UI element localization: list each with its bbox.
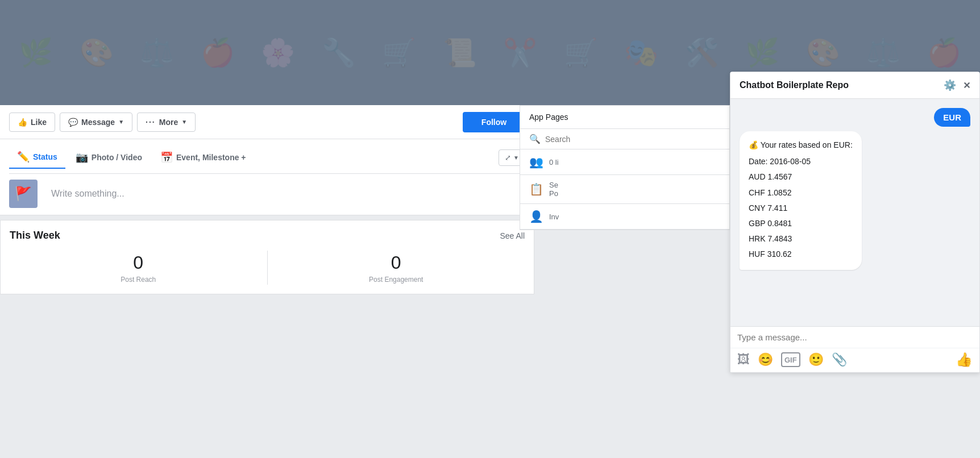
chatbot-header: Chatbot Boilerplate Repo ⚙️ ✕ [730, 72, 979, 99]
rate-hrk: HRK 7.4843 [749, 232, 853, 246]
rate-cny: CNY 7.411 [749, 201, 853, 215]
post-box: ✏️ Status 📷 Photo / Video 📅 Event, Miles… [0, 139, 534, 215]
message-icon: 💬 [68, 118, 78, 127]
section-title: This Week [10, 230, 60, 242]
avatar: 🚩 [9, 180, 38, 208]
user-message: EUR [934, 108, 970, 127]
rate-huf: HUF 310.62 [749, 247, 853, 261]
bot-bubble: 💰 Your rates based on EUR: Date: 2016-08… [740, 131, 862, 270]
status-icon: ✏️ [17, 151, 30, 163]
tab-status[interactable]: ✏️ Status [9, 146, 65, 169]
avatar-icon: 🚩 [15, 186, 32, 202]
attachment-button[interactable]: 📎 [832, 352, 847, 367]
tab-photo-video[interactable]: 📷 Photo / Video [68, 147, 150, 168]
post-reach-value: 0 [10, 252, 267, 273]
section-header: This Week See All [10, 230, 525, 242]
rate-gbp: GBP 0.8481 [749, 216, 853, 231]
write-input[interactable]: Write something... [43, 183, 525, 205]
stat-post-reach: 0 Post Reach [10, 252, 267, 284]
more-dots-icon: ··· [146, 118, 156, 127]
follow-button[interactable]: Follow [463, 112, 525, 132]
photo-icon: 📷 [76, 151, 88, 164]
follow-label: Follow [481, 118, 506, 127]
chatbot-input-area: 🖼 😊 GIF 🙂 📎 👍 [730, 326, 979, 372]
expand-icon: ⤢ [505, 153, 511, 162]
bot-message: 💰 Your rates based on EUR: Date: 2016-08… [740, 131, 862, 270]
sidebar-stat-invites: 👤 Inv [520, 204, 729, 230]
post-tabs: ✏️ Status 📷 Photo / Video 📅 Event, Miles… [9, 146, 525, 174]
likes-value: 0 li [549, 158, 559, 166]
money-icon: 💰 [749, 140, 758, 149]
message-label: Message [81, 118, 115, 127]
see-all-link[interactable]: See All [500, 231, 525, 240]
invites-value: Inv [549, 213, 559, 221]
invite-icon: 👤 [529, 210, 543, 223]
chatbot-window: Chatbot Boilerplate Repo ⚙️ ✕ EUR 💰 Your… [730, 72, 980, 373]
sidebar-stat-posts: 📋 SePo [520, 175, 729, 204]
event-icon: 📅 [160, 151, 173, 164]
post-reach-label: Post Reach [10, 276, 267, 284]
chatbot-toolbar: 🖼 😊 GIF 🙂 📎 👍 [730, 348, 979, 372]
post-engagement-value: 0 [268, 252, 525, 273]
message-button[interactable]: 💬 Message ▼ [60, 113, 132, 132]
like-icon: 👍 [18, 118, 27, 127]
write-row: 🚩 Write something... [9, 180, 525, 208]
user-bubble: EUR [934, 108, 970, 127]
people-icon: 👥 [529, 155, 543, 169]
message-chevron: ▼ [118, 119, 124, 125]
post-engagement-label: Post Engagement [268, 276, 525, 284]
right-sidebar: App Pages 🔍 👥 0 li 📋 SePo 👤 Inv [520, 105, 730, 230]
stats-row: 0 Post Reach 0 Post Engagement [10, 251, 525, 285]
stat-post-engagement: 0 Post Engagement [268, 252, 525, 284]
rate-chf: CHF 1.0852 [749, 186, 853, 200]
app-pages-label: App Pages [520, 106, 729, 129]
chatbot-input-row [730, 327, 979, 348]
rate-date: Date: 2016-08-05 [749, 155, 853, 169]
close-icon[interactable]: ✕ [963, 80, 970, 91]
posts-value: SePo [549, 181, 558, 198]
settings-icon[interactable]: ⚙️ [944, 79, 956, 91]
posts-icon: 📋 [529, 182, 543, 196]
chatbot-header-actions: ⚙️ ✕ [944, 79, 970, 91]
more-chevron: ▼ [181, 119, 187, 125]
chatbot-title: Chatbot Boilerplate Repo [740, 80, 849, 90]
sticker-button[interactable]: 😊 [758, 352, 773, 367]
message-input[interactable] [737, 332, 973, 342]
expand-chevron: ▼ [513, 155, 519, 161]
more-button[interactable]: ··· More ▼ [137, 113, 196, 132]
sidebar-stat-likes: 👥 0 li [520, 149, 729, 175]
send-button[interactable]: 👍 [956, 352, 973, 368]
search-input[interactable] [545, 135, 645, 144]
search-icon: 🔍 [529, 134, 541, 144]
tab-event[interactable]: 📅 Event, Milestone + [152, 147, 254, 168]
rate-intro-text: Your rates based on EUR: [761, 140, 853, 149]
sidebar-search[interactable]: 🔍 [520, 129, 729, 149]
rate-intro: 💰 Your rates based on EUR: [749, 138, 853, 152]
action-bar: 👍 Like 💬 Message ▼ ··· More ▼ Follow [0, 105, 534, 139]
more-label: More [159, 118, 178, 127]
event-label: Event, Milestone + [176, 153, 246, 162]
image-button[interactable]: 🖼 [737, 352, 750, 367]
like-label: Like [31, 118, 47, 127]
photo-label: Photo / Video [92, 153, 142, 162]
emoji-button[interactable]: 🙂 [808, 352, 824, 367]
like-button[interactable]: 👍 Like [9, 113, 55, 132]
gif-button[interactable]: GIF [781, 352, 800, 367]
chatbot-toolbar-icons: 🖼 😊 GIF 🙂 📎 [737, 352, 847, 367]
rate-aud: AUD 1.4567 [749, 170, 853, 184]
status-label: Status [33, 152, 57, 161]
this-week-section: This Week See All 0 Post Reach 0 Post En… [0, 220, 534, 294]
chatbot-body: EUR 💰 Your rates based on EUR: Date: 201… [730, 99, 979, 326]
